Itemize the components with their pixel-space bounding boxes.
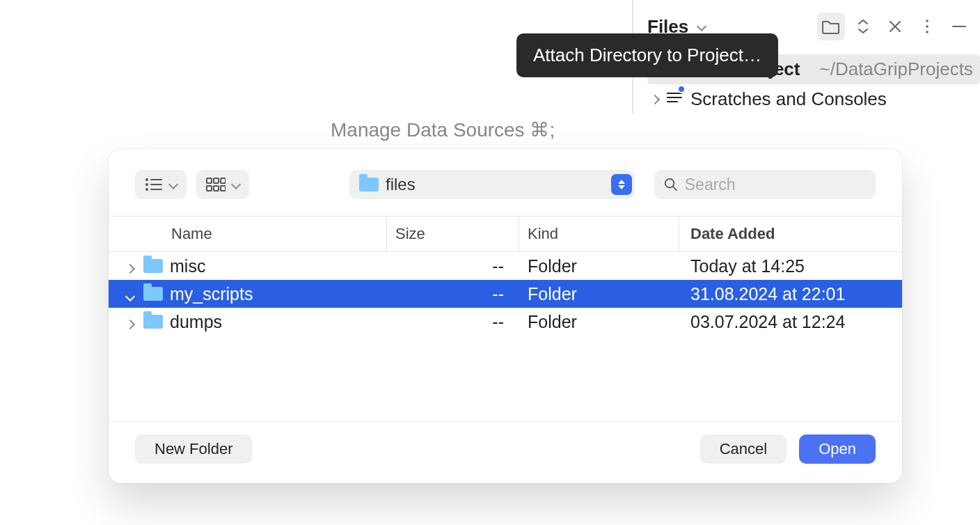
search-icon (664, 177, 678, 192)
scratches-label: Scratches and Consoles (690, 88, 887, 110)
svg-rect-8 (221, 178, 226, 183)
file-kind: Folder (519, 284, 679, 304)
more-icon[interactable] (913, 13, 941, 40)
table-row[interactable]: my_scripts--Folder31.08.2024 at 22:01 (109, 280, 902, 308)
svg-point-0 (926, 19, 928, 22)
manage-data-sources-hint: Manage Data Sources ⌘; (331, 118, 555, 141)
file-size: -- (387, 256, 519, 276)
attach-directory-button[interactable] (817, 13, 845, 40)
svg-point-5 (145, 188, 148, 191)
open-file-dialog: files Name Size Kind Date Added misc--Fo… (109, 149, 902, 483)
svg-rect-11 (221, 186, 226, 191)
dialog-toolbar: files (109, 149, 902, 216)
disclosure-icon (125, 319, 135, 329)
svg-point-3 (145, 178, 148, 181)
project-path: ~/DataGripProjects (820, 58, 973, 80)
col-kind[interactable]: Kind (519, 217, 679, 251)
chevron-right-icon (650, 94, 660, 104)
tooltip: Attach Directory to Project… (516, 33, 778, 77)
minimize-icon[interactable] (945, 13, 973, 40)
file-date: Today at 14:25 (679, 256, 902, 276)
file-size: -- (387, 312, 519, 332)
folder-icon (359, 178, 379, 191)
open-button[interactable]: Open (799, 434, 876, 464)
svg-rect-6 (207, 178, 212, 183)
current-folder-label: files (386, 175, 416, 194)
new-folder-button[interactable]: New Folder (135, 434, 252, 464)
group-by-button[interactable] (196, 170, 249, 199)
svg-rect-10 (214, 186, 219, 191)
chevron-down-icon (231, 180, 241, 189)
chevron-down-icon (168, 180, 178, 189)
col-date[interactable]: Date Added (679, 217, 902, 251)
tree-row-scratches[interactable]: Scratches and Consoles (647, 84, 980, 114)
col-size[interactable]: Size (387, 217, 519, 251)
svg-point-2 (926, 31, 928, 33)
stepper-icon (611, 174, 632, 195)
folder-icon (143, 259, 163, 273)
svg-point-4 (145, 183, 148, 186)
folder-icon (143, 287, 163, 301)
close-icon[interactable] (881, 13, 909, 40)
svg-rect-7 (214, 178, 219, 183)
table-row[interactable]: misc--FolderToday at 14:25 (109, 252, 902, 280)
expand-collapse-icon[interactable] (849, 13, 877, 40)
file-date: 31.08.2024 at 22:01 (679, 284, 902, 304)
file-date: 03.07.2024 at 12:24 (679, 312, 902, 332)
view-list-button[interactable] (135, 170, 187, 199)
cancel-button[interactable]: Cancel (700, 434, 787, 464)
search-input[interactable] (685, 175, 866, 194)
svg-point-12 (665, 179, 674, 188)
disclosure-icon (125, 291, 135, 301)
current-path-dropdown[interactable]: files (349, 170, 635, 199)
svg-rect-9 (207, 186, 212, 191)
file-kind: Folder (519, 256, 679, 276)
file-name: misc (170, 256, 205, 276)
file-size: -- (387, 284, 519, 304)
list-columns: Name Size Kind Date Added (109, 216, 902, 252)
chevron-down-icon[interactable] (698, 20, 705, 33)
search-field[interactable] (654, 170, 876, 199)
table-row[interactable]: dumps--Folder03.07.2024 at 12:24 (109, 308, 902, 336)
disclosure-icon (125, 263, 135, 273)
file-kind: Folder (519, 312, 679, 332)
file-name: my_scripts (170, 284, 253, 304)
svg-point-1 (926, 25, 928, 28)
folder-icon (143, 315, 163, 329)
col-name[interactable]: Name (109, 217, 387, 251)
scratches-icon (665, 88, 683, 110)
file-list: misc--FolderToday at 14:25my_scripts--Fo… (109, 252, 902, 421)
file-name: dumps (170, 312, 222, 332)
